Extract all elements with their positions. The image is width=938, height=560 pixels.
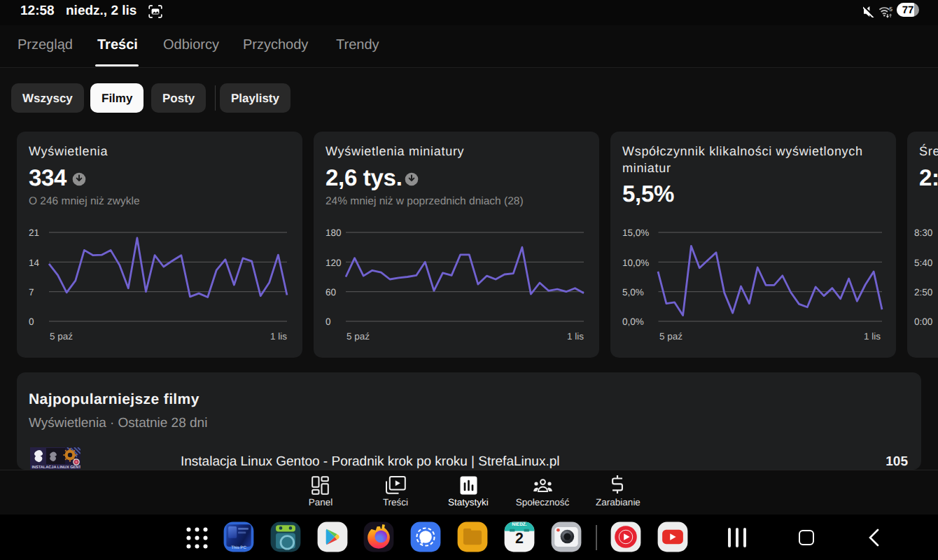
svg-text:5: 5: [889, 6, 892, 13]
svg-text:INSTALACJA LINUX GENTOO: INSTALACJA LINUX GENTOO: [32, 465, 81, 470]
